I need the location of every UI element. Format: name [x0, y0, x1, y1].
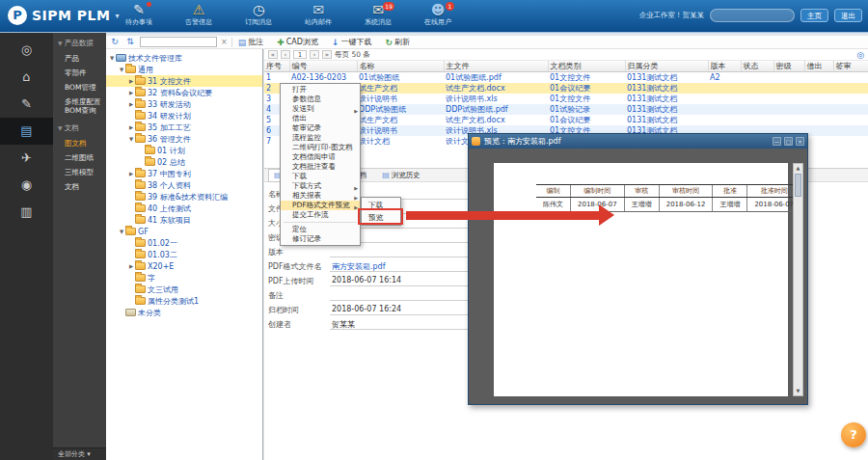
context-menu-item[interactable]: 打开	[281, 85, 360, 95]
tree-node[interactable]: 文三试用	[106, 284, 262, 295]
collapse-tree-icon[interactable]: ⇅	[124, 37, 136, 47]
subscribe-button[interactable]: ◷订阅消息	[233, 1, 284, 27]
tree-node[interactable]: 未分类	[106, 307, 262, 318]
menu-section-title[interactable]: ▼文档	[53, 118, 106, 136]
context-menu-item[interactable]: 文档借阅申请	[281, 152, 360, 162]
sidebar-item[interactable]: 零部件	[53, 66, 106, 80]
app-logo[interactable]: P SIPM PLM ▾	[8, 6, 120, 25]
sidebar-item[interactable]: 多维度配置BOM查询	[53, 95, 106, 118]
tree-node[interactable]: ▼技术文件管理库	[106, 52, 262, 64]
context-menu-item[interactable]: 修订记录	[281, 234, 360, 244]
refresh-tree-icon[interactable]: ↻	[109, 37, 121, 47]
context-menu-item[interactable]: 流程监控	[281, 133, 360, 143]
batch-download-button[interactable]: ↓一键下载	[330, 37, 374, 47]
tree-node[interactable]: 01.03二	[106, 249, 262, 260]
system-msg-button[interactable]: ✉19系统消息	[353, 1, 403, 27]
tree-node[interactable]: 39 标准&技术资料汇编	[106, 191, 262, 203]
table-row[interactable]: 1A02-136-020301试验图纸01试验图纸.pdf01文控文件0131测…	[264, 72, 868, 84]
tree-node[interactable]: 02 总结	[106, 156, 262, 168]
rail-item-home[interactable]: ⌂	[0, 64, 53, 91]
column-header[interactable]: 序号	[264, 61, 289, 72]
tree-node[interactable]: 字	[106, 272, 262, 284]
column-header[interactable]: 状态	[741, 61, 773, 72]
sidemenu-footer[interactable]: 全部分类 ▾	[53, 447, 106, 460]
collapse-arrow-icon[interactable]: ▼	[108, 55, 116, 61]
tree-filter-input[interactable]	[140, 37, 217, 47]
prev-page-button[interactable]: ‹	[281, 50, 290, 59]
tree-node[interactable]: 01 计划	[106, 145, 262, 156]
context-menu-item[interactable]: 文档批注查看	[281, 162, 360, 172]
rail-item-service[interactable]: ◉	[0, 172, 53, 199]
annotate-button[interactable]: ▤批注	[236, 37, 266, 47]
menu-section-title[interactable]: ▼产品数据	[53, 33, 106, 51]
scroll-up-icon[interactable]: ▲	[794, 164, 802, 173]
logout-button[interactable]: 退出	[834, 9, 862, 22]
refresh-button[interactable]: ↻刷新	[384, 37, 413, 47]
rail-item-database[interactable]: ▤	[0, 118, 53, 145]
context-menu-item[interactable]: 下载	[281, 172, 360, 181]
alert-button[interactable]: ⚠告警信息	[174, 1, 224, 27]
next-page-button[interactable]: ›	[310, 50, 319, 59]
close-button[interactable]: ×	[796, 137, 804, 146]
expand-arrow-icon[interactable]: ▶	[127, 171, 135, 176]
tree-node[interactable]: ▼通用	[106, 64, 262, 75]
expand-arrow-icon[interactable]: ▶	[127, 101, 135, 107]
expand-arrow-icon[interactable]: ▶	[127, 124, 135, 130]
tree-node[interactable]: 40 上传测试	[106, 203, 262, 214]
column-header[interactable]: 签审	[833, 61, 868, 72]
context-menu-item[interactable]: 二维码打印-图文档	[281, 143, 360, 152]
scrollbar[interactable]: ▲ ▼	[793, 163, 803, 396]
sidebar-item[interactable]: 二维图纸	[53, 150, 106, 165]
tree-node[interactable]: ▼36 管理文件	[106, 133, 262, 145]
tree-node[interactable]: ▼GF	[106, 226, 262, 237]
tree-node[interactable]: ▶31 文控文件	[106, 75, 262, 87]
rail-item-search[interactable]: ◎	[0, 37, 53, 64]
online-users-button[interactable]: ☻1在线用户	[413, 1, 463, 27]
tree-node[interactable]: ▶32 资料&会议纪要	[106, 87, 262, 98]
context-menu-item[interactable]: 参数信息	[281, 95, 360, 104]
sidebar-item[interactable]: 三维模型	[53, 165, 106, 179]
clear-filter-icon[interactable]: ×	[221, 38, 228, 46]
collapse-arrow-icon[interactable]: ▼	[127, 136, 135, 142]
expand-arrow-icon[interactable]: ▶	[127, 90, 135, 95]
column-header[interactable]: 归属分类	[625, 61, 708, 72]
context-menu-item[interactable]: 提交工作流	[281, 210, 360, 220]
context-menu-item[interactable]: 借出	[281, 114, 360, 123]
tree-node[interactable]: 34 研发计划	[106, 110, 262, 122]
column-header[interactable]: 主文件	[444, 61, 548, 72]
tree-node[interactable]: 38 个人资料	[106, 179, 262, 191]
sidebar-item[interactable]: 图文档	[53, 136, 106, 150]
scroll-thumb[interactable]	[795, 174, 801, 197]
maximize-button[interactable]: □	[784, 137, 793, 146]
sidebar-item[interactable]: 产品	[53, 51, 106, 66]
column-header[interactable]: 文档类别	[548, 61, 625, 72]
search-icon[interactable]: ◎	[856, 50, 864, 60]
context-menu-item[interactable]: 发送到▶	[281, 104, 360, 114]
tree-node[interactable]: ▶X20+E	[106, 260, 262, 272]
first-page-button[interactable]: «	[268, 50, 278, 59]
preview-window-titlebar[interactable]: 预览：南方安装箱.pdf — □ ×	[469, 134, 807, 149]
sidebar-item[interactable]: 文档	[53, 179, 106, 194]
field-value[interactable]: 南方安装箱.pdf	[330, 261, 476, 272]
context-menu-item[interactable]: 定位	[281, 225, 360, 234]
todo-button[interactable]: ✎待办事项	[114, 1, 164, 27]
context-menu-item[interactable]: 相关报表▶	[281, 191, 360, 201]
rail-item-book[interactable]: ▥	[0, 199, 53, 226]
cad-view-button[interactable]: ✚CAD浏览	[275, 37, 320, 47]
minimize-button[interactable]: —	[773, 137, 781, 146]
home-button[interactable]: 主页	[800, 9, 828, 22]
expand-arrow-icon[interactable]: ▶	[127, 78, 135, 84]
detail-tab[interactable]: ▤浏览历史	[377, 170, 425, 181]
page-number-input[interactable]: 1	[293, 50, 307, 59]
collapse-arrow-icon[interactable]: ▼	[118, 67, 125, 72]
scroll-down-icon[interactable]: ▼	[794, 387, 802, 395]
rail-item-edit[interactable]: ✎	[0, 91, 53, 118]
column-header[interactable]: 版本	[708, 61, 741, 72]
tree-node[interactable]: 属性分类测试1	[106, 295, 262, 307]
context-menu-item[interactable]: PDF格式文件预览▶	[281, 201, 360, 210]
sidebar-item[interactable]: BOM管理	[53, 80, 106, 95]
tree-node[interactable]: ▶37 中国专利	[106, 168, 262, 179]
tree-node[interactable]: ▶33 研发活动	[106, 98, 262, 110]
tree-node[interactable]: 01.02一	[106, 237, 262, 249]
column-header[interactable]: 编号	[289, 61, 357, 72]
